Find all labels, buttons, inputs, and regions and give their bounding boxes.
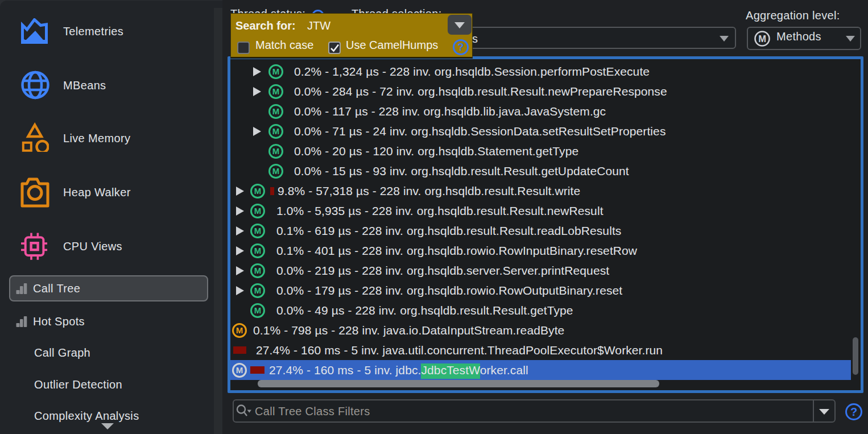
svg-text:M: M (758, 34, 766, 44)
